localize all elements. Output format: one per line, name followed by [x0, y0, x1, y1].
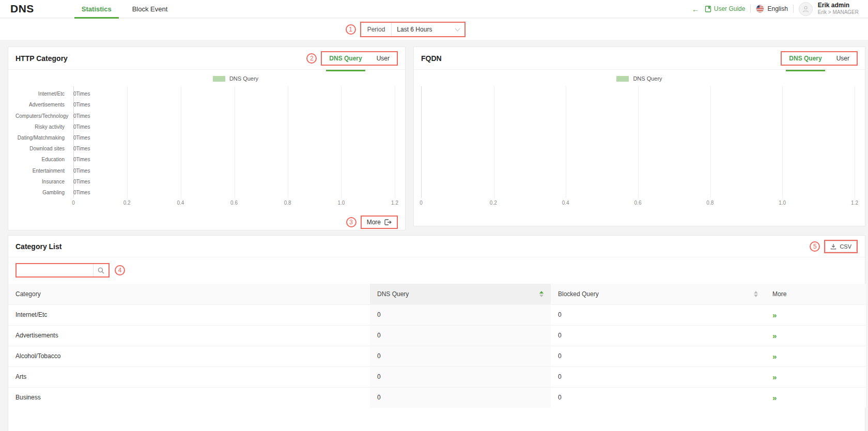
cell-dns-query: 0: [370, 304, 551, 325]
search-input[interactable]: [17, 264, 93, 276]
user-info[interactable]: Erik admin Erik > MANAGER: [818, 2, 859, 16]
fqdn-tab-dns-query[interactable]: DNS Query: [782, 52, 829, 65]
annotation-circle-2: 2: [306, 53, 317, 64]
cell-category: Internet/Etc: [8, 304, 370, 325]
chart-category-label: Gambling: [16, 190, 69, 195]
table-row: Arts 0 0 »: [8, 366, 866, 387]
cell-blocked-query: 0: [551, 346, 765, 366]
http-category-chart: Internet/Etc0Times Advertisements0Times …: [16, 86, 395, 198]
table-row: Alcohol/Tobacco 0 0 »: [8, 346, 866, 366]
period-value: Last 6 Hours: [397, 26, 432, 33]
chart-row: Insurance0Times: [16, 176, 395, 187]
chart-row: Gambling0Times: [16, 187, 395, 198]
column-header-dns-query[interactable]: DNS Query: [370, 284, 551, 304]
fqdn-title: FQDN: [421, 54, 442, 63]
cell-dns-query: 0: [370, 325, 551, 346]
search-box: [17, 264, 109, 276]
chart-category-label: Risky activity: [16, 124, 69, 130]
http-x-axis: 0 0.2 0.4 0.6 0.8 1.0 1.2: [73, 200, 395, 208]
chart-value-label: 0Times: [69, 157, 90, 162]
user-name: Erik admin: [818, 2, 859, 9]
fqdn-card: FQDN DNS Query User DNS Query 0 0.2 0.4 …: [413, 47, 865, 226]
x-tick: 1.2: [851, 200, 858, 206]
category-table: Category DNS Query Blocked Query More: [8, 284, 866, 408]
x-tick: 0: [72, 200, 75, 206]
column-header-more: More: [765, 284, 866, 304]
period-select[interactable]: Last 6 Hours: [391, 23, 464, 36]
chart-category-label: Advertisements: [16, 102, 69, 107]
language-label: English: [767, 5, 787, 12]
column-header-category[interactable]: Category: [8, 284, 370, 304]
chart-row: Advertisements0Times: [16, 99, 395, 110]
fqdn-chart: [421, 86, 855, 198]
annotation-box-more: More: [361, 216, 398, 229]
annotation-circle-5: 5: [810, 241, 820, 252]
legend-swatch-dns-query: [213, 76, 225, 82]
user-guide-label: User Guide: [714, 5, 746, 12]
more-button-label: More: [367, 219, 381, 226]
annotation-box-fqdn-tabs: DNS Query User: [781, 51, 858, 66]
tab-block-event[interactable]: Block Event: [122, 0, 178, 18]
divider: [750, 5, 751, 13]
fqdn-chart-tabs: DNS Query User: [782, 52, 857, 65]
avatar[interactable]: [799, 2, 813, 16]
search-button[interactable]: [93, 264, 109, 276]
legend-label-dns-query: DNS Query: [633, 75, 662, 82]
tab-statistics[interactable]: Statistics: [71, 0, 122, 18]
x-tick: 0.6: [634, 200, 642, 206]
sort-icon-blocked-query[interactable]: [754, 291, 758, 297]
http-category-title: HTTP Category: [16, 54, 68, 63]
row-more-chevron-icon[interactable]: »: [772, 393, 777, 402]
fqdn-plot-area: [421, 86, 855, 198]
annotation-circle-4: 4: [115, 265, 125, 275]
cell-blocked-query: 0: [551, 387, 765, 408]
row-more-chevron-icon[interactable]: »: [772, 331, 777, 340]
http-chart-tabs: DNS Query User: [322, 52, 397, 65]
column-header-blocked-query[interactable]: Blocked Query: [551, 284, 765, 304]
chart-value-label: 0Times: [69, 113, 90, 119]
cell-blocked-query: 0: [551, 304, 765, 325]
chart-row: Computers/Technology0Times: [16, 110, 395, 121]
chart-category-label: Dating/Matchmaking: [16, 135, 69, 141]
export-icon: [384, 219, 392, 225]
fqdn-tab-user[interactable]: User: [829, 52, 857, 65]
legend-swatch-dns-query: [616, 76, 629, 82]
column-header-label: DNS Query: [377, 290, 409, 298]
x-tick: 0.6: [230, 200, 238, 206]
download-icon: [830, 243, 836, 250]
row-more-chevron-icon[interactable]: »: [772, 373, 777, 381]
chart-row: Education0Times: [16, 154, 395, 165]
annotation-box-http-tabs: DNS Query User: [321, 51, 398, 66]
http-tab-user[interactable]: User: [369, 52, 397, 65]
top-bar-right: ← User Guide English Erik admin Erik > M…: [692, 2, 859, 16]
chart-row: Entertainment0Times: [16, 165, 395, 176]
back-arrow-icon[interactable]: ←: [692, 5, 700, 13]
chart-row: Internet/Etc0Times: [16, 88, 395, 99]
x-tick: 0.8: [706, 200, 714, 206]
user-guide-link[interactable]: User Guide: [705, 5, 746, 12]
main-nav: Statistics Block Event: [71, 0, 178, 18]
cell-category: Alcohol/Tobacco: [8, 346, 370, 366]
chart-category-label: Entertainment: [16, 168, 69, 174]
language-selector[interactable]: English: [756, 5, 787, 13]
period-strip: 1 Period Last 6 Hours: [0, 19, 868, 40]
cell-category: Business: [8, 387, 370, 408]
cell-blocked-query: 0: [551, 366, 765, 387]
row-more-chevron-icon[interactable]: »: [772, 311, 777, 319]
x-tick: 1.2: [391, 200, 398, 206]
annotation-box-search: [16, 263, 110, 278]
csv-download-button[interactable]: CSV: [825, 241, 857, 252]
row-more-chevron-icon[interactable]: »: [772, 352, 777, 361]
category-list-title: Category List: [16, 242, 61, 251]
more-button[interactable]: More: [362, 217, 397, 228]
annotation-box-period: Period Last 6 Hours: [360, 22, 466, 37]
cell-dns-query: 0: [370, 346, 551, 366]
chart-value-label: 0Times: [69, 179, 90, 184]
sort-icon-dns-query[interactable]: [539, 291, 544, 297]
search-icon: [98, 267, 104, 274]
annotation-box-csv: CSV: [824, 240, 858, 253]
x-tick: 0.8: [284, 200, 291, 206]
user-breadcrumb: Erik > MANAGER: [818, 9, 859, 16]
app-logo: DNS: [10, 3, 34, 15]
http-tab-dns-query[interactable]: DNS Query: [322, 52, 369, 65]
